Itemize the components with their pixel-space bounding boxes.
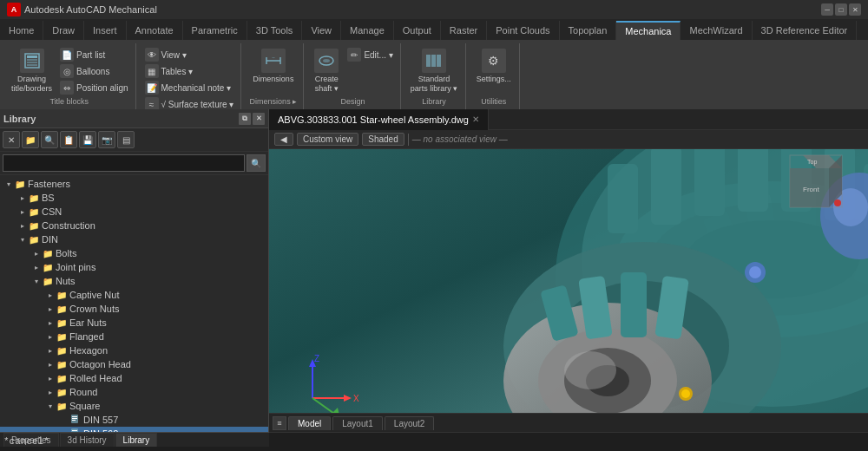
library-search-input[interactable] xyxy=(3,154,245,172)
panel-float-button[interactable]: ⧉ xyxy=(239,113,251,125)
close-button[interactable]: ✕ xyxy=(849,3,861,16)
edit-button[interactable]: ✏ Edit... ▾ xyxy=(345,47,394,62)
round-toggle[interactable]: ▸ xyxy=(45,387,56,397)
tree-item-square[interactable]: ▾ 📁 Square xyxy=(0,399,268,413)
bottom-tab-layout2[interactable]: Layout2 xyxy=(385,416,435,430)
library-close-btn[interactable]: ✕ xyxy=(3,131,20,148)
drawing-title-borders-button[interactable]: Drawingtitle/borders xyxy=(9,47,55,95)
library-search-go-button[interactable]: 🔍 xyxy=(247,154,266,172)
csn-toggle[interactable]: ▸ xyxy=(17,206,28,217)
viewport-tab-starwheel[interactable]: ABVG.303833.001 Star-wheel Assembly.dwg … xyxy=(269,109,489,130)
hexagon-folder-icon: 📁 xyxy=(56,344,68,356)
library-tree[interactable]: ▾ 📁 Fasteners ▸ 📁 BS ▸ 📁 CSN ▸ 📁 xyxy=(0,175,268,432)
tree-item-round[interactable]: ▸ 📁 Round xyxy=(0,385,268,399)
mechnote-dropdown-button[interactable]: 📝 Mechanical note ▾ xyxy=(143,80,236,95)
nuts-toggle[interactable]: ▾ xyxy=(31,276,42,286)
tree-item-crownnuts[interactable]: ▸ 📁 Crown Nuts xyxy=(0,302,268,316)
tab-mechwizard[interactable]: MechWizard xyxy=(681,21,752,40)
tab-topoplan[interactable]: Topoplan xyxy=(560,21,617,40)
dimensions-button[interactable]: ↔ Dimensions xyxy=(250,47,296,86)
library-search-btn[interactable]: 🔍 xyxy=(41,131,58,148)
search-row: 🔍 xyxy=(0,152,268,175)
viewport-tab-close[interactable]: ✕ xyxy=(472,114,479,124)
part-list-small-button[interactable]: 📄 Part list xyxy=(58,47,129,62)
din557-toggle xyxy=(59,415,69,425)
tree-item-bs[interactable]: ▸ 📁 BS xyxy=(0,191,268,205)
fasteners-toggle[interactable]: ▾ xyxy=(3,179,14,189)
octagonhead-toggle[interactable]: ▸ xyxy=(45,359,56,369)
maximize-button[interactable]: □ xyxy=(835,3,847,16)
tree-item-construction[interactable]: ▸ 📁 Construction xyxy=(0,219,268,232)
captivenut-toggle[interactable]: ▸ xyxy=(45,290,56,300)
tab-draw[interactable]: Draw xyxy=(43,21,84,40)
design-content: Createshaft ▾ ✏ Edit... ▾ xyxy=(311,45,394,97)
standard-parts-library-button[interactable]: Standardparts library ▾ xyxy=(408,47,461,95)
vp-custom-view-button[interactable]: Custom view xyxy=(297,133,358,146)
tab-3dtools[interactable]: 3D Tools xyxy=(247,21,303,40)
tree-item-hexagon[interactable]: ▸ 📁 Hexagon xyxy=(0,343,268,357)
bottom-tab-model[interactable]: Model xyxy=(288,416,331,430)
din557-file-icon xyxy=(69,414,82,426)
position-align-button[interactable]: ⇔ Position align xyxy=(58,80,129,95)
tree-item-fasteners[interactable]: ▾ 📁 Fasteners xyxy=(0,177,268,191)
tree-item-octagonhead[interactable]: ▸ 📁 Octagon Head xyxy=(0,357,268,371)
vp-assoc-view-label: — no associated view — xyxy=(412,134,508,144)
tree-item-flanged[interactable]: ▸ 📁 Flanged xyxy=(0,330,268,343)
tree-item-nuts[interactable]: ▾ 📁 Nuts xyxy=(0,274,268,288)
settings-button[interactable]: ⚙ Settings... xyxy=(474,47,514,86)
tab-output[interactable]: Output xyxy=(394,21,441,40)
tab-3drefeditor[interactable]: 3D Reference Editor xyxy=(753,21,858,40)
tree-item-rolledhead[interactable]: ▸ 📁 Rolled Head xyxy=(0,371,268,385)
library-open-btn[interactable]: 📁 xyxy=(22,131,39,148)
crownnuts-toggle[interactable]: ▸ xyxy=(45,304,56,314)
vp-shaded-button[interactable]: Shaded xyxy=(362,133,404,146)
library-filter-btn[interactable]: ▤ xyxy=(117,131,135,148)
tab-insert[interactable]: Insert xyxy=(84,21,127,40)
bs-toggle[interactable]: ▸ xyxy=(17,193,28,203)
earnuts-label: Ear Nuts xyxy=(69,317,107,328)
flanged-toggle[interactable]: ▸ xyxy=(45,331,56,342)
bp-tab-library[interactable]: Library xyxy=(115,433,158,447)
ribbon-group-library: Standardparts library ▾ Library xyxy=(403,43,467,109)
construction-toggle[interactable]: ▸ xyxy=(17,220,28,231)
tab-annotate[interactable]: Annotate xyxy=(127,21,183,40)
tab-home[interactable]: Home xyxy=(0,21,43,40)
panel-close-button[interactable]: ✕ xyxy=(253,113,265,125)
rolledhead-toggle[interactable]: ▸ xyxy=(45,373,56,383)
tree-item-csn[interactable]: ▸ 📁 CSN xyxy=(0,205,268,219)
tab-raster[interactable]: Raster xyxy=(441,21,487,40)
ribbon-content: Drawingtitle/borders 📄 Part list ◎ Ballo… xyxy=(0,40,868,109)
library-save-btn[interactable]: 💾 xyxy=(79,131,96,148)
tree-item-bolts[interactable]: ▸ 📁 Bolts xyxy=(0,246,268,260)
balloons-button[interactable]: ◎ Balloons xyxy=(58,63,129,79)
tree-item-jointpins[interactable]: ▸ 📁 Joint pins xyxy=(0,260,268,274)
bp-tab-3dhistory[interactable]: 3d History xyxy=(60,433,115,447)
earnuts-toggle[interactable]: ▸ xyxy=(45,317,56,328)
tree-item-earnuts[interactable]: ▸ 📁 Ear Nuts xyxy=(0,316,268,330)
bolts-toggle[interactable]: ▸ xyxy=(31,248,42,258)
vp-nav-back-button[interactable]: ◀ xyxy=(274,133,293,146)
viewport-3d[interactable]: Z X Y xyxy=(269,149,868,413)
din-toggle[interactable]: ▾ xyxy=(17,234,28,245)
minimize-button[interactable]: ─ xyxy=(821,3,833,16)
layout-settings-icon[interactable]: ≡ xyxy=(273,416,286,430)
view-dropdown-button[interactable]: 👁 View ▾ xyxy=(143,47,236,62)
tab-mechanica[interactable]: Mechanica xyxy=(616,21,681,40)
surface-texture-button[interactable]: ≈ √ Surface texture ▾ xyxy=(143,96,236,109)
bottom-tab-layout1[interactable]: Layout1 xyxy=(332,416,383,430)
tab-parametric[interactable]: Parametric xyxy=(183,21,247,40)
tab-pointclouds[interactable]: Point Clouds xyxy=(487,21,559,40)
tables-dropdown-button[interactable]: ▦ Tables ▾ xyxy=(143,63,236,79)
hexagon-toggle[interactable]: ▸ xyxy=(45,345,56,356)
csn-folder-icon: 📁 xyxy=(28,206,40,218)
library-copy-btn[interactable]: 📋 xyxy=(60,131,77,148)
tree-item-din[interactable]: ▾ 📁 DIN xyxy=(0,232,268,246)
tree-item-captivenut[interactable]: ▸ 📁 Captive Nut xyxy=(0,288,268,302)
square-toggle[interactable]: ▾ xyxy=(45,401,56,411)
tree-item-din557[interactable]: DIN 557 xyxy=(0,413,268,427)
tab-view[interactable]: View xyxy=(302,21,341,40)
jointpins-toggle[interactable]: ▸ xyxy=(31,262,42,272)
tab-manage[interactable]: Manage xyxy=(341,21,394,40)
create-shaft-button[interactable]: Createshaft ▾ xyxy=(311,47,342,95)
library-image-btn[interactable]: 📷 xyxy=(98,131,115,148)
